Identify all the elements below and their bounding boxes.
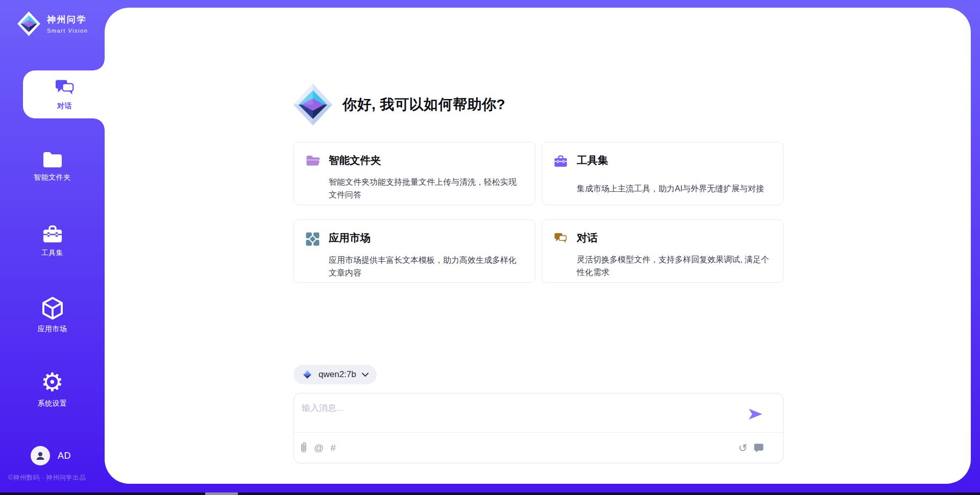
attachment-icon[interactable] [300,442,307,454]
chat-bubbles-icon [554,232,568,244]
cube-icon [42,296,63,320]
card-app-market[interactable]: 应用市场 应用市场提供丰富长文本模板，助力高效生成多样化文章内容 [293,219,535,283]
assistant-diamond-icon [292,83,333,126]
greeting-text: 你好, 我可以如何帮助你? [342,95,505,114]
app-grid-icon [306,232,320,246]
card-chat[interactable]: 对话 灵活切换多模型文件，支持多样回复效果调试, 满足个性化需求 [542,219,783,283]
sidebar-item-app-market[interactable]: 应用市场 [0,295,105,335]
chat-bubbles-icon [55,79,75,97]
card-smart-folder[interactable]: 智能文件夹 智能文件夹功能支持批量文件上传与清洗，轻松实现文件问答 [293,142,535,205]
person-icon [35,451,45,461]
sidebar-item-settings[interactable]: ⚙ 系统设置 [0,369,105,408]
history-icon[interactable]: ↺ [738,443,747,453]
mention-icon[interactable]: @ [314,442,324,454]
chat-log-icon[interactable] [754,443,764,453]
sidebar-item-chat[interactable]: 对话 [23,70,106,118]
horizontal-scrollbar-thumb[interactable] [205,492,238,495]
sidebar: 神州问学 Smart Vision 对话 智能文件夹 工具集 [0,0,105,495]
card-description: 灵活切换多模型文件，支持多样回复效果调试, 满足个性化需求 [577,253,771,283]
chevron-down-icon [362,373,369,377]
card-description: 智能文件夹功能支持批量文件上传与清洗，轻松实现文件问答 [329,176,523,205]
app-subtitle: Smart Vision [47,28,88,34]
card-description: 集成市场上主流工具，助力AI与外界无缝扩展与对接 [577,182,771,205]
send-icon[interactable] [749,409,763,420]
composer-toolbar: @ # ↺ [294,432,783,463]
card-title: 应用市场 [329,231,523,250]
card-title: 对话 [577,231,771,249]
toolbox-icon [42,225,63,244]
user-name: AD [58,451,71,461]
model-name: qwen2:7b [318,369,356,380]
model-selector[interactable]: qwen2:7b [293,365,377,384]
sidebar-item-label: 智能文件夹 [34,173,71,182]
model-diamond-icon [302,368,313,381]
sidebar-item-toolbox[interactable]: 工具集 [0,222,105,260]
feature-cards: 智能文件夹 智能文件夹功能支持批量文件上传与清洗，轻松实现文件问答 工具集 集成… [293,142,783,283]
sidebar-item-smart-folder[interactable]: 智能文件夹 [0,147,105,186]
active-tab-fillet-top [93,59,105,70]
app-title: 神州问学 [47,14,88,26]
sidebar-item-label: 应用市场 [38,325,67,334]
folder-icon [42,151,63,168]
brand-logo: 神州问学 Smart Vision [17,10,88,37]
user-profile[interactable]: AD [31,446,71,465]
message-input[interactable] [302,400,730,416]
avatar [31,446,50,465]
main-panel: 你好, 我可以如何帮助你? 智能文件夹 智能文件夹功能支持批量文件上传与清洗，轻… [105,8,971,484]
card-toolbox[interactable]: 工具集 集成市场上主流工具，助力AI与外界无缝扩展与对接 [542,142,783,205]
message-composer: @ # ↺ [293,393,783,463]
brand-diamond-icon [17,10,41,37]
card-description: 应用市场提供丰富长文本模板，助力高效生成多样化文章内容 [329,254,523,283]
card-title: 工具集 [577,153,771,178]
gear-icon: ⚙ [41,370,64,394]
active-tab-fillet-bottom [93,118,105,130]
card-title: 智能文件夹 [329,153,523,171]
folder-open-icon [306,155,320,166]
sidebar-item-label: 对话 [57,102,72,111]
sidebar-item-label: 系统设置 [38,399,67,408]
copyright-footer: ©神州数码 · 神州问学出品 [8,474,86,482]
greeting-block: 你好, 我可以如何帮助你? [292,83,505,126]
horizontal-scrollbar-track[interactable] [0,492,980,495]
hashtag-icon[interactable]: # [330,442,336,454]
app-root: { "app": { "title": "神州问学", "subtitle": … [0,0,980,495]
sidebar-item-label: 工具集 [41,249,64,258]
toolbox-icon [554,155,568,168]
